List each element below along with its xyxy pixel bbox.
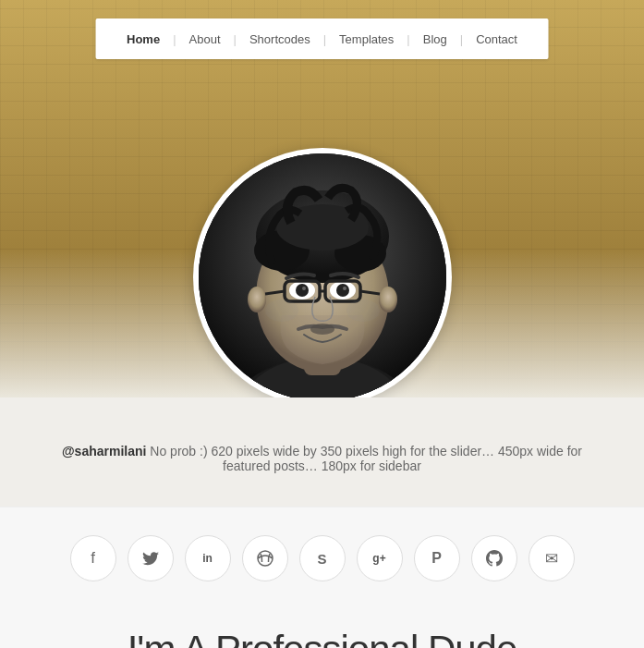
svg-point-15: [336, 284, 349, 297]
nav-contact[interactable]: Contact: [463, 32, 530, 46]
email-icon[interactable]: ✉: [529, 535, 575, 581]
skype-icon[interactable]: S: [299, 535, 346, 581]
svg-point-11: [379, 287, 397, 312]
nav-blog[interactable]: Blog: [410, 32, 460, 46]
facebook-icon[interactable]: f: [70, 535, 116, 581]
social-section: f in S g+ P ✉: [0, 507, 644, 609]
nav-shortcodes[interactable]: Shortcodes: [237, 32, 323, 46]
dribbble-icon[interactable]: [242, 535, 288, 581]
nav-home[interactable]: Home: [114, 32, 173, 46]
svg-point-17: [343, 287, 346, 290]
google-plus-icon[interactable]: g+: [357, 535, 403, 581]
pinterest-icon[interactable]: P: [414, 535, 460, 581]
svg-point-21: [265, 300, 298, 322]
profile-wrapper: [193, 148, 452, 397]
profile-circle-outer: [193, 148, 452, 397]
svg-point-16: [302, 287, 306, 290]
linkedin-icon[interactable]: in: [185, 535, 231, 581]
github-icon[interactable]: [471, 535, 517, 581]
hero-section: [0, 0, 644, 397]
username: @saharmilani: [62, 444, 146, 458]
svg-point-10: [248, 287, 266, 312]
nav-templates[interactable]: Templates: [326, 32, 407, 46]
main-nav: Home | About | Shortcodes | Templates | …: [95, 18, 549, 59]
profile-image: [199, 153, 446, 397]
main-heading: I'm A Professional Dude: [37, 628, 607, 648]
heading-section: I'm A Professional Dude: [0, 609, 644, 648]
bio-username-text: @saharmilani No prob :) 620 pixels wide …: [37, 444, 607, 473]
twitter-icon[interactable]: [128, 535, 174, 581]
nav-about[interactable]: About: [176, 32, 234, 46]
svg-point-22: [346, 300, 380, 322]
svg-point-23: [258, 551, 273, 566]
svg-point-14: [296, 284, 309, 297]
profile-circle-inner: [199, 153, 446, 397]
bio-description: No prob :) 620 pixels wide by 350 pixels…: [150, 444, 582, 473]
bio-section: @saharmilani No prob :) 620 pixels wide …: [0, 397, 644, 507]
